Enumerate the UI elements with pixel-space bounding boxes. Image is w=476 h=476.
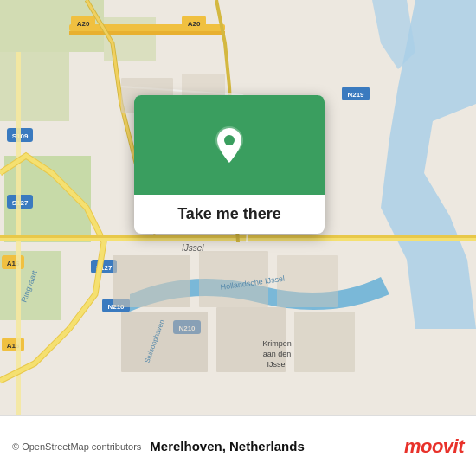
- svg-text:IJssel: IJssel: [182, 243, 204, 253]
- svg-text:Krimpen: Krimpen: [262, 339, 292, 348]
- svg-rect-39: [277, 255, 338, 307]
- moovit-logo: moovit: [404, 435, 464, 458]
- map-area[interactable]: A20 A20 N219 S109 S127 S127 A16 A16: [0, 0, 476, 415]
- svg-rect-42: [294, 312, 355, 372]
- svg-text:aan den: aan den: [263, 350, 292, 358]
- svg-point-52: [224, 135, 235, 145]
- svg-rect-24: [16, 52, 21, 415]
- popup-header: [134, 95, 325, 195]
- svg-rect-2: [0, 52, 69, 121]
- bottom-bar: © OpenStreetMap contributors Merelhoven,…: [0, 415, 476, 476]
- svg-rect-40: [121, 312, 208, 372]
- svg-rect-37: [113, 255, 190, 307]
- location-popup: Take me there: [134, 95, 325, 234]
- copyright-text: © OpenStreetMap contributors: [12, 441, 141, 452]
- svg-text:A20: A20: [188, 20, 201, 28]
- svg-text:A20: A20: [77, 20, 90, 28]
- location-name: Merelhoven, Netherlands: [150, 439, 396, 453]
- svg-rect-7: [69, 31, 225, 35]
- location-pin-icon: [209, 125, 250, 166]
- svg-text:IJssel: IJssel: [267, 360, 286, 369]
- moovit-brand-text: moovit: [404, 435, 464, 458]
- svg-text:N219: N219: [347, 91, 364, 99]
- take-me-there-button[interactable]: Take me there: [162, 195, 297, 234]
